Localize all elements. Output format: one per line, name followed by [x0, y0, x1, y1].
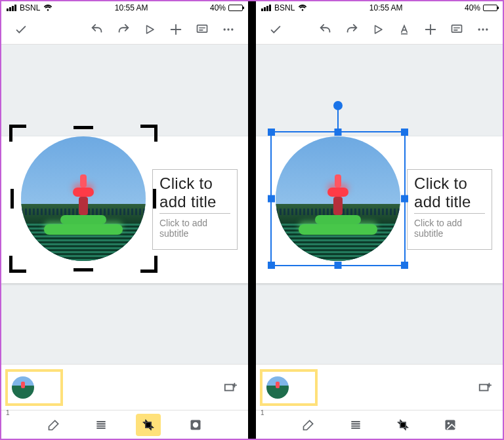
confirm-button[interactable] [264, 18, 287, 41]
comment-button[interactable] [190, 18, 214, 41]
title-placeholder[interactable]: Click to add title [414, 174, 485, 214]
carrier-label: BSNL [20, 3, 40, 12]
left-pane: BSNL 10:55 AM 40% [1, 1, 248, 439]
resize-handle-top[interactable] [335, 129, 342, 136]
text-format-button[interactable] [392, 18, 416, 41]
svg-rect-11 [480, 384, 488, 390]
pane-divider [248, 1, 256, 439]
redo-button[interactable] [112, 18, 135, 41]
svg-point-10 [486, 28, 488, 30]
redo-button[interactable] [340, 18, 364, 41]
filmstrip: 1 [256, 364, 503, 410]
mask-tab[interactable] [183, 414, 208, 436]
present-button[interactable] [366, 18, 390, 41]
signal-icon [7, 5, 16, 11]
undo-button[interactable] [314, 18, 337, 41]
svg-point-2 [227, 28, 229, 30]
right-pane: BSNL 10:55 AM 40% [256, 1, 503, 439]
resize-handle-top-left[interactable] [268, 129, 275, 136]
crop-tab[interactable] [390, 414, 415, 436]
add-slide-button[interactable] [474, 376, 496, 399]
svg-rect-0 [198, 25, 207, 32]
resize-handle-bottom-right[interactable] [401, 262, 408, 269]
svg-point-3 [231, 28, 233, 30]
crop-handle-top-right[interactable] [140, 125, 158, 142]
undo-button[interactable] [85, 18, 109, 41]
bottom-tabbar [1, 410, 248, 439]
masked-image[interactable] [269, 130, 407, 268]
selection-box[interactable] [270, 131, 406, 266]
slide-number: 1 [6, 409, 10, 416]
present-button[interactable] [138, 18, 161, 41]
resize-handle-right[interactable] [401, 195, 408, 203]
filmstrip: 1 [1, 364, 248, 410]
list-tab[interactable] [89, 414, 114, 436]
battery-icon [483, 5, 497, 11]
crop-handle-bottom[interactable] [74, 268, 93, 271]
crop-handle-bottom-right[interactable] [140, 256, 158, 273]
resize-handle-top-right[interactable] [401, 129, 408, 136]
subtitle-placeholder[interactable]: Click to add subtitle [414, 218, 485, 239]
comment-button[interactable] [445, 18, 469, 41]
add-slide-button[interactable] [219, 376, 242, 399]
crop-tab[interactable] [136, 414, 161, 436]
wifi-icon [43, 5, 52, 11]
confirm-button[interactable] [9, 18, 33, 41]
clock-label: 10:55 AM [369, 3, 403, 12]
masked-image[interactable] [14, 130, 152, 268]
carrier-label: BSNL [274, 3, 295, 12]
crop-handle-bottom-left[interactable] [9, 256, 26, 273]
signal-icon [261, 5, 271, 11]
slide-canvas[interactable]: Click to add title Click to add subtitle [256, 45, 503, 364]
add-button[interactable] [419, 18, 442, 41]
title-placeholder[interactable]: Click to add title [159, 174, 230, 214]
slide-thumbnail[interactable]: 1 [8, 372, 60, 403]
svg-rect-4 [225, 384, 234, 390]
battery-label: 40% [210, 3, 226, 12]
rotation-handle[interactable] [333, 101, 343, 110]
crop-handle-top-left[interactable] [9, 125, 26, 142]
crop-handle-top[interactable] [74, 126, 93, 129]
list-tab[interactable] [343, 414, 368, 436]
status-bar: BSNL 10:55 AM 40% [256, 1, 503, 14]
clock-label: 10:55 AM [115, 3, 148, 12]
slide-canvas[interactable]: Click to add title Click to add subtitle [1, 45, 248, 364]
battery-label: 40% [465, 3, 480, 12]
svg-point-13 [448, 422, 450, 424]
more-button[interactable] [217, 18, 240, 41]
top-toolbar [1, 14, 248, 45]
svg-point-8 [478, 28, 480, 30]
slide-thumbnail[interactable]: 1 [262, 372, 315, 403]
resize-handle-bottom[interactable] [335, 262, 342, 269]
crop-handle-right[interactable] [153, 189, 156, 209]
wifi-icon [298, 5, 307, 11]
crop-handle-left[interactable] [10, 189, 14, 209]
image-tab[interactable] [438, 414, 463, 436]
top-toolbar [256, 14, 503, 45]
svg-rect-7 [452, 25, 462, 32]
svg-point-9 [482, 28, 484, 30]
battery-icon [228, 5, 243, 11]
more-button[interactable] [471, 18, 495, 41]
resize-handle-left[interactable] [268, 195, 275, 203]
subtitle-placeholder[interactable]: Click to add subtitle [159, 218, 230, 239]
resize-handle-bottom-left[interactable] [268, 262, 275, 269]
edit-tab[interactable] [41, 414, 66, 436]
add-button[interactable] [164, 18, 188, 41]
svg-point-1 [224, 28, 226, 30]
edit-tab[interactable] [296, 414, 321, 436]
slide-number: 1 [261, 409, 264, 416]
status-bar: BSNL 10:55 AM 40% [1, 1, 248, 14]
bottom-tabbar [256, 410, 503, 439]
svg-rect-12 [446, 420, 455, 430]
svg-point-6 [193, 422, 198, 427]
